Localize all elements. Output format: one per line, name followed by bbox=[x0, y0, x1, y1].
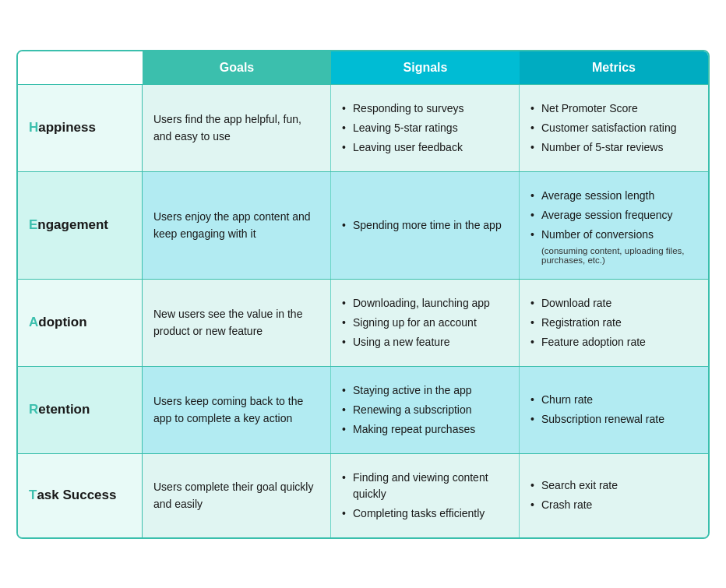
signals-cell-task-success: Finding and viewing content quicklyCompl… bbox=[331, 454, 520, 537]
signals-cell-retention: Staying active in the appRenewing a subs… bbox=[331, 367, 520, 453]
goal-cell-task-success: Users complete their goal quickly and ea… bbox=[143, 454, 331, 537]
signals-cell-engagement: Spending more time in the app bbox=[331, 172, 520, 279]
label-rest: ask Success bbox=[37, 488, 116, 503]
goal-text: Users complete their goal quickly and ea… bbox=[153, 478, 319, 513]
signal-item: Completing tasks efficiently bbox=[342, 504, 508, 523]
metric-item: Average session length bbox=[530, 186, 697, 206]
row-retention: RetentionUsers keep coming back to the a… bbox=[18, 366, 708, 453]
metric-item: Number of 5-star reviews bbox=[530, 138, 697, 157]
row-engagement: EngagementUsers enjoy the app content an… bbox=[18, 171, 708, 279]
signal-item: Leaving user feedback bbox=[342, 138, 463, 157]
row-label-adoption: Adoption bbox=[18, 280, 143, 366]
signal-item: Responding to surveys bbox=[342, 99, 463, 118]
metrics-cell-task-success: Search exit rateCrash rate bbox=[520, 454, 708, 537]
signals-cell-happiness: Responding to surveysLeaving 5-star rati… bbox=[331, 85, 520, 171]
goal-cell-happiness: Users find the app helpful, fun, and eas… bbox=[143, 85, 331, 171]
goal-cell-retention: Users keep coming back to the app to com… bbox=[143, 367, 331, 453]
metric-item: Search exit rate bbox=[530, 476, 697, 495]
metrics-note: (consuming content, uploading files, pur… bbox=[541, 246, 697, 265]
label-accent: H bbox=[29, 120, 38, 136]
signal-item: Leaving 5-star ratings bbox=[342, 118, 463, 138]
label-rest: ngagement bbox=[37, 217, 108, 233]
row-adoption: AdoptionNew users see the value in the p… bbox=[18, 279, 708, 366]
row-label-retention: Retention bbox=[18, 367, 143, 453]
label-accent: A bbox=[29, 315, 38, 330]
signal-item: Making repeat purchases bbox=[342, 420, 475, 439]
label-rest: doption bbox=[38, 315, 86, 330]
row-task-success: Task SuccessUsers complete their goal qu… bbox=[18, 453, 708, 537]
label-rest: etention bbox=[38, 402, 90, 417]
label-accent: R bbox=[29, 402, 38, 417]
goal-text: Users find the app helpful, fun, and eas… bbox=[153, 111, 319, 146]
row-label-happiness: Happiness bbox=[18, 85, 143, 171]
metric-item: Feature adoption rate bbox=[530, 333, 697, 352]
label-rest: appiness bbox=[38, 120, 96, 136]
goal-cell-adoption: New users see the value in the product o… bbox=[143, 280, 331, 366]
metrics-cell-engagement: Average session lengthAverage session fr… bbox=[520, 172, 708, 279]
row-label-task-success: Task Success bbox=[18, 454, 143, 537]
table-body: HappinessUsers find the app helpful, fun… bbox=[18, 84, 708, 537]
signal-item: Spending more time in the app bbox=[342, 216, 502, 235]
header-metrics: Metrics bbox=[520, 51, 708, 84]
goal-text: Users keep coming back to the app to com… bbox=[153, 393, 319, 428]
signal-item: Signing up for an account bbox=[342, 313, 490, 333]
metric-item: Average session frequency bbox=[530, 206, 697, 225]
hearts-table: Goals Signals Metrics HappinessUsers fin… bbox=[16, 50, 710, 539]
metric-item: Customer satisfaction rating bbox=[530, 118, 697, 138]
row-label-engagement: Engagement bbox=[18, 172, 143, 279]
signal-item: Staying active in the app bbox=[342, 381, 475, 400]
metrics-cell-happiness: Net Promoter ScoreCustomer satisfaction … bbox=[520, 85, 708, 171]
metrics-cell-retention: Churn rateSubscription renewal rate bbox=[520, 367, 708, 453]
signal-item: Using a new feature bbox=[342, 333, 490, 352]
metric-item: Number of conversions bbox=[530, 225, 697, 245]
row-happiness: HappinessUsers find the app helpful, fun… bbox=[18, 84, 708, 171]
signal-item: Downloading, launching app bbox=[342, 294, 490, 313]
metrics-cell-adoption: Download rateRegistration rateFeature ad… bbox=[520, 280, 708, 366]
metric-item: Registration rate bbox=[530, 313, 697, 333]
metric-item: Subscription renewal rate bbox=[530, 410, 697, 429]
goal-text: Users enjoy the app content and keep eng… bbox=[153, 208, 319, 243]
header-empty bbox=[18, 51, 143, 84]
header-signals: Signals bbox=[331, 51, 520, 84]
metric-item: Net Promoter Score bbox=[530, 99, 697, 118]
metric-item: Download rate bbox=[530, 294, 697, 313]
label-accent: T bbox=[29, 488, 37, 503]
table-header: Goals Signals Metrics bbox=[18, 51, 708, 84]
goal-text: New users see the value in the product o… bbox=[153, 305, 319, 340]
label-accent: E bbox=[29, 217, 37, 233]
signal-item: Finding and viewing content quickly bbox=[342, 468, 508, 504]
signals-cell-adoption: Downloading, launching appSigning up for… bbox=[331, 280, 520, 366]
metric-item: Churn rate bbox=[530, 390, 697, 410]
signal-item: Renewing a subscription bbox=[342, 400, 475, 420]
metric-item: Crash rate bbox=[530, 495, 697, 515]
goal-cell-engagement: Users enjoy the app content and keep eng… bbox=[143, 172, 331, 279]
header-goals: Goals bbox=[143, 51, 331, 84]
